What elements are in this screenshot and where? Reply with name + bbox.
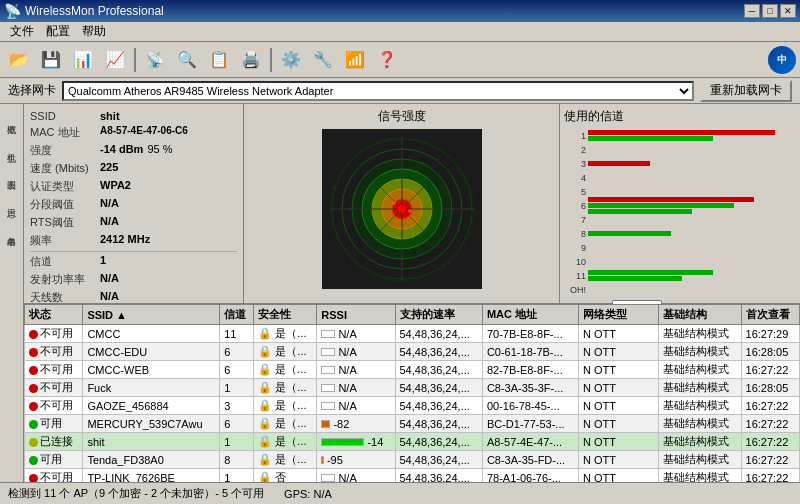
cell-first-seen: 16:27:22 bbox=[741, 415, 799, 433]
cell-rssi: N/A bbox=[317, 343, 395, 361]
cell-infra: 基础结构模式 bbox=[658, 379, 741, 397]
toolbar-btn-1[interactable]: 📂 bbox=[4, 46, 34, 74]
status-text: 不可用 bbox=[40, 381, 73, 393]
antenna-value: N/A bbox=[100, 290, 119, 305]
sidebar-item-charts[interactable]: 图表 bbox=[0, 160, 23, 188]
table-header[interactable]: 安全性 bbox=[254, 305, 317, 325]
channel-row: 7 bbox=[564, 213, 796, 226]
info-ssid-row: SSID shit bbox=[30, 110, 237, 122]
toolbar-btn-11[interactable]: 📶 bbox=[340, 46, 370, 74]
table-row[interactable]: 不可用Fuck1🔒 是（... N/A54,48,36,24,...C8-3A-… bbox=[25, 379, 800, 397]
reload-adapter-button[interactable]: 重新加载网卡 bbox=[700, 80, 792, 102]
table-row[interactable]: 已连接shit1🔒 是（... -1454,48,36,24,...A8-57-… bbox=[25, 433, 800, 451]
channel-num: 10 bbox=[564, 257, 586, 267]
sidebar-item-log[interactable]: 日志 bbox=[0, 188, 23, 216]
svg-point-13 bbox=[398, 205, 406, 213]
titlebar-title: 📡 WirelessMon Professional bbox=[4, 3, 744, 19]
table-row[interactable]: 不可用TP-LINK_7626BE1🔒 否 N/A54,48,36,24,...… bbox=[25, 469, 800, 483]
table-header[interactable]: 网络类型 bbox=[579, 305, 659, 325]
rts-label: RTS阈值 bbox=[30, 215, 100, 230]
close-button[interactable]: ✕ bbox=[780, 4, 796, 18]
statusbar: 检测到 11 个 AP（9 个加密 - 2 个未加密）- 5 个可用 GPS: … bbox=[0, 482, 800, 504]
menu-config[interactable]: 配置 bbox=[40, 21, 76, 42]
sidebar-item-whitelist[interactable]: 白名单 bbox=[0, 216, 23, 244]
gps-status: GPS: N/A bbox=[284, 488, 332, 500]
channel-row: 3 bbox=[564, 157, 796, 170]
cell-infra: 基础结构模式 bbox=[658, 433, 741, 451]
table-row[interactable]: 不可用CMCC-WEB6🔒 是（... N/A54,48,36,24,...82… bbox=[25, 361, 800, 379]
cell-first-seen: 16:27:22 bbox=[741, 433, 799, 451]
strength-pct: 95 % bbox=[147, 143, 172, 158]
cell-first-seen: 16:28:05 bbox=[741, 379, 799, 397]
rssi-bar bbox=[321, 456, 324, 464]
cell-channel: 11 bbox=[220, 325, 254, 343]
rssi-bar bbox=[321, 438, 364, 446]
channel-bar bbox=[588, 203, 734, 208]
channel-label: 信道 bbox=[30, 254, 100, 269]
table-header[interactable]: 信道 bbox=[220, 305, 254, 325]
table-header[interactable]: 基础结构 bbox=[658, 305, 741, 325]
cell-speeds: 54,48,36,24,... bbox=[395, 361, 482, 379]
channel-num: 5 bbox=[564, 187, 586, 197]
toolbar-btn-8[interactable]: 🖨️ bbox=[236, 46, 266, 74]
rssi-bar-empty bbox=[321, 366, 335, 374]
toolbar-sep-1 bbox=[134, 48, 136, 72]
radar-display bbox=[322, 129, 482, 289]
status-text: 不可用 bbox=[40, 363, 73, 375]
table-header[interactable]: 状态 bbox=[25, 305, 83, 325]
channel-num: 6 bbox=[564, 201, 586, 211]
table-row[interactable]: 不可用CMCC-EDU6🔒 是（... N/A54,48,36,24,...C0… bbox=[25, 343, 800, 361]
channel-num: 1 bbox=[564, 131, 586, 141]
toolbar-btn-4[interactable]: 📈 bbox=[100, 46, 130, 74]
toolbar-btn-2[interactable]: 💾 bbox=[36, 46, 66, 74]
ap-table: 状态SSID ▲信道安全性RSSI支持的速率MAC 地址网络类型基础结构首次查看… bbox=[24, 304, 800, 482]
cell-speeds: 54,48,36,24,... bbox=[395, 451, 482, 469]
cell-net-type: N OTT bbox=[579, 433, 659, 451]
toolbar-btn-10[interactable]: 🔧 bbox=[308, 46, 338, 74]
cell-net-type: N OTT bbox=[579, 469, 659, 483]
cell-speeds: 54,48,36,24,... bbox=[395, 325, 482, 343]
cell-mac: C0-61-18-7B-... bbox=[482, 343, 578, 361]
minimize-button[interactable]: ─ bbox=[744, 4, 760, 18]
table-header[interactable]: 支持的速率 bbox=[395, 305, 482, 325]
table-row[interactable]: 不可用CMCC11🔒 是（... N/A54,48,36,24,...70-7B… bbox=[25, 325, 800, 343]
table-header[interactable]: RSSI bbox=[317, 305, 395, 325]
cell-net-type: N OTT bbox=[579, 361, 659, 379]
maximize-button[interactable]: □ bbox=[762, 4, 778, 18]
cell-mac: C8-3A-35-FD-... bbox=[482, 451, 578, 469]
table-header[interactable]: MAC 地址 bbox=[482, 305, 578, 325]
channel-bar-area bbox=[588, 231, 796, 236]
cell-net-type: N OTT bbox=[579, 379, 659, 397]
cell-rssi: N/A bbox=[317, 469, 395, 483]
info-freq-row: 频率 2412 MHz bbox=[30, 233, 237, 248]
table-area[interactable]: 状态SSID ▲信道安全性RSSI支持的速率MAC 地址网络类型基础结构首次查看… bbox=[24, 304, 800, 482]
sidebar: 概览 主机 图表 日志 白名单 bbox=[0, 104, 24, 482]
menubar: 文件 配置 帮助 bbox=[0, 22, 800, 42]
adapter-select[interactable]: Qualcomm Atheros AR9485 Wireless Network… bbox=[62, 81, 694, 101]
toolbar: 📂 💾 📊 📈 📡 🔍 📋 🖨️ ⚙️ 🔧 📶 ❓ 中 bbox=[0, 42, 800, 78]
status-dot bbox=[29, 348, 38, 357]
menu-help[interactable]: 帮助 bbox=[76, 21, 112, 42]
table-row[interactable]: 可用Tenda_FD38A08🔒 是（... -9554,48,36,24,..… bbox=[25, 451, 800, 469]
cell-first-seen: 16:27:22 bbox=[741, 469, 799, 483]
menu-file[interactable]: 文件 bbox=[4, 21, 40, 42]
status-text: 已连接 bbox=[40, 435, 73, 447]
cell-first-seen: 16:27:22 bbox=[741, 361, 799, 379]
toolbar-btn-5[interactable]: 📡 bbox=[140, 46, 170, 74]
table-row[interactable]: 不可用GAOZE_4568843🔒 是（... N/A54,48,36,24,.… bbox=[25, 397, 800, 415]
table-row[interactable]: 可用MERCURY_539C7Awu6🔒 是（... -8254,48,36,2… bbox=[25, 415, 800, 433]
sidebar-item-overview[interactable]: 概览 bbox=[0, 104, 23, 132]
cell-rssi: N/A bbox=[317, 361, 395, 379]
toolbar-btn-3[interactable]: 📊 bbox=[68, 46, 98, 74]
cell-speeds: 54,48,36,24,... bbox=[395, 397, 482, 415]
toolbar-btn-9[interactable]: ⚙️ bbox=[276, 46, 306, 74]
toolbar-btn-6[interactable]: 🔍 bbox=[172, 46, 202, 74]
table-header[interactable]: SSID ▲ bbox=[83, 305, 220, 325]
cell-security: 🔒 是（... bbox=[254, 361, 317, 379]
toolbar-btn-12[interactable]: ❓ bbox=[372, 46, 402, 74]
toolbar-btn-7[interactable]: 📋 bbox=[204, 46, 234, 74]
freq-value: 2412 MHz bbox=[100, 233, 150, 248]
channel-bar-area bbox=[588, 161, 796, 166]
sidebar-item-hosts[interactable]: 主机 bbox=[0, 132, 23, 160]
table-header[interactable]: 首次查看 bbox=[741, 305, 799, 325]
